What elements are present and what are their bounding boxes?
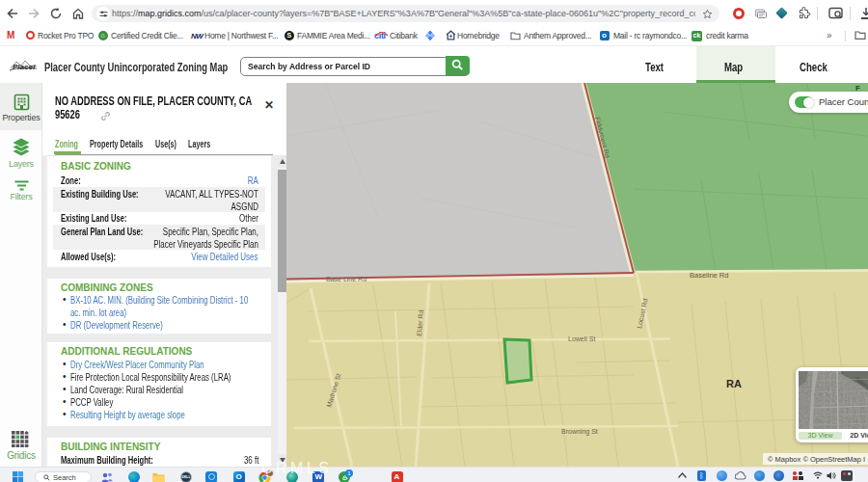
- svg-text:© Mapbox © OpenStreetMap I: © Mapbox © OpenStreetMap I: [768, 455, 865, 464]
- svg-text:Baseline Rd: Baseline Rd: [690, 271, 728, 280]
- svg-text:Base Line Rd: Base Line Rd: [326, 276, 366, 282]
- svg-text:Browning St: Browning St: [561, 428, 598, 436]
- svg-text:Lowell St: Lowell St: [568, 335, 595, 342]
- svg-text:RA: RA: [726, 378, 742, 389]
- svg-text:Placer: Placer: [13, 63, 37, 71]
